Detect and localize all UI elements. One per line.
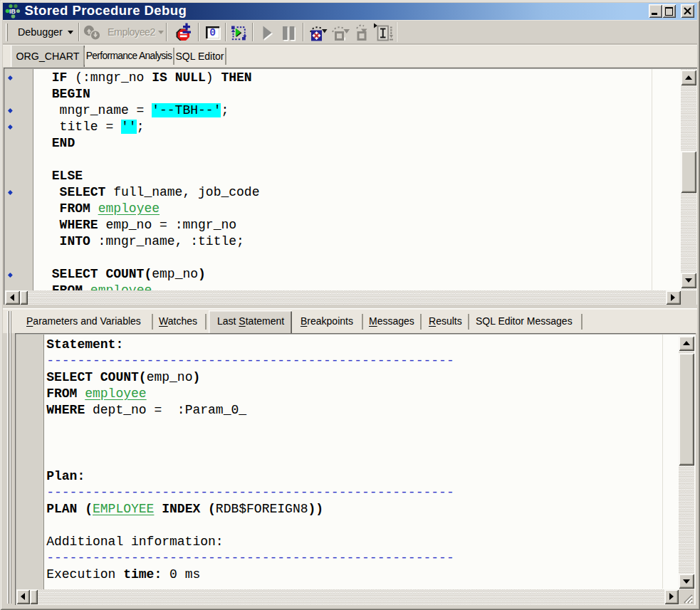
svg-text:IB: IB <box>9 8 16 15</box>
